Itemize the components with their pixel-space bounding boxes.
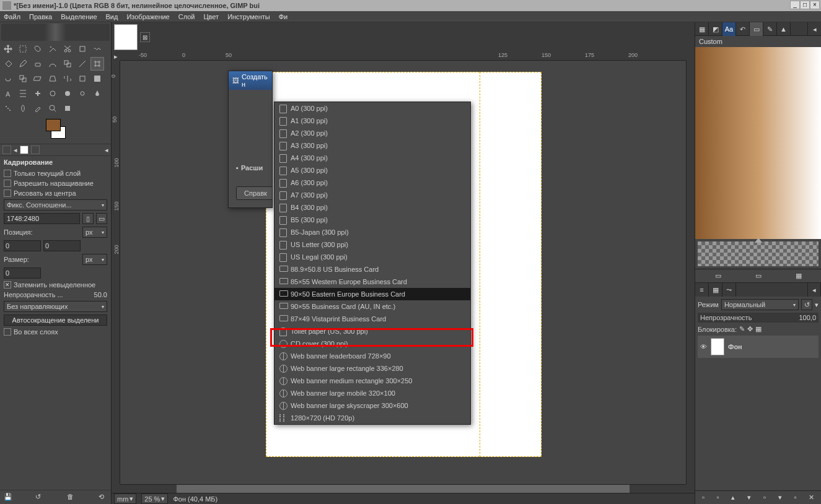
tool-extra2[interactable] [90, 102, 104, 115]
grad-new-icon[interactable]: ▭ [755, 272, 762, 280]
layer-down-icon[interactable]: ▾ [747, 493, 751, 502]
dd-fixed-aspect[interactable]: Фикс. Соотношени...▾ [4, 199, 107, 211]
template-item[interactable]: 90×55 Business Card (AU, IN etc.) [274, 300, 470, 313]
color-swatches[interactable] [46, 119, 66, 139]
btn-portrait[interactable]: ▯ [82, 213, 94, 224]
tool-mypaint[interactable] [16, 102, 30, 115]
tool-dodge[interactable] [76, 87, 89, 100]
tool-crop[interactable] [90, 57, 104, 71]
dialog-titlebar[interactable]: 🖼 Создать н [229, 71, 272, 90]
template-item[interactable]: US Legal (300 ppi) [274, 251, 470, 263]
tool-scissors[interactable] [61, 42, 74, 56]
tool-foreground[interactable] [61, 102, 74, 115]
template-item[interactable]: 87×49 Vistaprint Business Card [274, 313, 470, 325]
template-item[interactable]: B5 (300 ppi) [274, 214, 470, 226]
tab-images[interactable] [31, 146, 40, 154]
btn-autoshrink[interactable]: Автосокращение выделени [4, 315, 107, 326]
template-item[interactable]: A7 (300 ppi) [274, 189, 470, 201]
status-unit[interactable]: mm▾ [114, 493, 136, 504]
tool-warp[interactable] [90, 42, 104, 56]
restore-preset-icon[interactable]: ↺ [35, 493, 44, 502]
tool-transform[interactable] [76, 42, 89, 56]
tool-align[interactable] [16, 87, 30, 100]
gradient-handle[interactable] [755, 238, 762, 243]
tool-extra1[interactable] [76, 102, 89, 115]
tool-fuzzy-select[interactable] [46, 42, 59, 56]
ruler-corner[interactable]: ▸ [112, 52, 120, 61]
btn-mode-reset[interactable]: ↺ [801, 299, 812, 310]
tab-histogram[interactable]: ▲ [777, 22, 791, 36]
chk-draw-center[interactable] [4, 189, 11, 197]
lock-position-icon[interactable]: ✥ [747, 325, 753, 333]
dlg-advanced[interactable]: ▪Расши [236, 164, 273, 172]
template-item[interactable]: Web banner large mobile 320×100 [274, 387, 470, 399]
fg-color[interactable] [46, 119, 61, 131]
menu-filters[interactable]: Фи [279, 13, 288, 20]
doc-tab-thumb[interactable] [114, 24, 138, 50]
lock-pixels-icon[interactable]: ✎ [739, 325, 745, 333]
layer-dup-icon[interactable]: ▫ [763, 493, 766, 502]
input-aspect[interactable]: 1748:2480 [4, 213, 80, 224]
tab-device[interactable] [20, 146, 29, 154]
tab-gradients[interactable]: ▭ [750, 22, 763, 36]
input-size-w[interactable]: 0 [4, 267, 41, 279]
grad-dup-icon[interactable]: ▦ [796, 272, 802, 280]
minimize-button[interactable]: _ [790, 1, 800, 9]
input-pos-y[interactable]: 0 [43, 240, 81, 251]
dd-mode[interactable]: Нормальный▾ [721, 299, 799, 310]
layer-new-icon[interactable]: ▫ [702, 493, 705, 502]
menu-edit[interactable]: Правка [29, 13, 52, 20]
input-pos-x[interactable]: 0 [4, 240, 41, 251]
layer-merge-icon[interactable]: ▾ [778, 493, 782, 502]
template-item[interactable]: A5 (300 ppi) [274, 164, 470, 176]
template-item[interactable]: 88.9×50.8 US Business Card [274, 263, 470, 276]
chk-allow-grow[interactable] [4, 180, 11, 187]
mode-chev[interactable]: ▾ [815, 301, 819, 309]
ruler-vertical[interactable]: 0 50 100 150 200 [112, 61, 120, 484]
status-zoom[interactable]: 25 %▾ [141, 493, 168, 504]
tab-menu-icon[interactable]: ◂ [105, 146, 108, 154]
scrollbar-horizontal[interactable] [120, 484, 686, 493]
tool-bucket[interactable] [1, 57, 15, 71]
tool-rect-select[interactable] [16, 42, 30, 56]
tool-shear[interactable] [31, 72, 45, 85]
lock-alpha-icon[interactable]: ▦ [755, 325, 762, 333]
template-item[interactable]: Web banner medium rectangle 300×250 [274, 375, 470, 387]
template-item[interactable]: B4 (300 ppi) [274, 201, 470, 214]
reset-preset-icon[interactable]: ⟲ [99, 493, 107, 502]
menu-color[interactable]: Цвет [203, 13, 219, 20]
menu-tools[interactable]: Инструменты [227, 13, 270, 20]
template-item[interactable]: 1280×720 (HD 720p) [274, 412, 470, 424]
dd-guides[interactable]: Без направляющих▾ [4, 301, 107, 312]
tool-flip[interactable] [61, 72, 74, 85]
template-item[interactable]: A2 (300 ppi) [274, 127, 470, 139]
menu-layer[interactable]: Слой [178, 13, 195, 20]
template-item[interactable]: A1 (300 ppi) [274, 115, 470, 127]
tab-fonts[interactable]: Aa [722, 22, 736, 36]
dlg-help-button[interactable]: Справк [236, 186, 273, 200]
template-item[interactable]: CD cover (300 ppi) [274, 337, 470, 350]
template-item[interactable]: 85×55 Western Europe Business Card [274, 276, 470, 288]
tab-brushes[interactable]: ▦ [695, 22, 709, 36]
tool-path[interactable] [46, 57, 59, 71]
template-item[interactable]: B5-Japan (300 ppi) [274, 226, 470, 238]
tab-history[interactable]: ↶ [736, 22, 750, 36]
save-preset-icon[interactable]: 💾 [4, 493, 12, 502]
template-item[interactable]: A6 (300 ppi) [274, 176, 470, 189]
tool-scale[interactable] [16, 72, 30, 85]
dd-size-unit[interactable]: px▾ [82, 254, 107, 265]
tab-patterns[interactable]: ◩ [709, 22, 722, 36]
layer-up-icon[interactable]: ▴ [731, 493, 735, 502]
template-item[interactable]: A4 (300 ppi) [274, 152, 470, 164]
menu-view[interactable]: Вид [106, 13, 118, 20]
tool-cage[interactable] [76, 72, 89, 85]
delete-preset-icon[interactable]: 🗑 [67, 493, 76, 502]
val-layer-opacity[interactable]: 100,0 [799, 314, 816, 321]
tab-menu-bottom[interactable]: ◂ [807, 283, 821, 297]
btn-landscape[interactable]: ▭ [96, 213, 107, 224]
tool-text[interactable]: A [1, 87, 15, 100]
layer-visibility-icon[interactable]: 👁 [700, 343, 707, 350]
layer-group-icon[interactable]: ▫ [717, 493, 719, 502]
chk-darken[interactable] [4, 281, 11, 289]
tool-gradient[interactable] [90, 72, 104, 85]
